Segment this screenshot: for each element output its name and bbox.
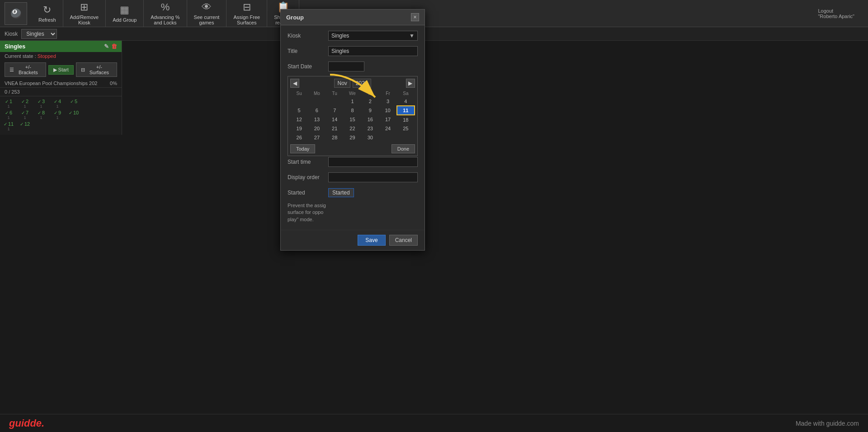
panel-title-icons: ✎ 🗑 <box>104 43 117 50</box>
title-field-input[interactable] <box>328 46 418 56</box>
brackets-label: +/- Brackets <box>15 64 41 75</box>
see-games-icon: 👁 <box>202 1 212 13</box>
calendar-next-button[interactable]: ▶ <box>406 79 415 88</box>
start-date-input[interactable] <box>328 62 364 71</box>
bracket-row-2: ✓6 1 ✓7 1 ✓8 1 ✓9 1 ✓10 <box>2 110 119 120</box>
start-time-input[interactable] <box>328 157 418 167</box>
cal-day-14[interactable]: 14 <box>326 115 344 124</box>
cal-day-8[interactable]: 8 <box>344 106 361 115</box>
tournament-name: VNEA European Pool Championships 202 <box>5 81 97 86</box>
done-button[interactable]: Done <box>392 144 415 153</box>
prevent-text: Prevent the assigsurface for oppoplay" m… <box>288 202 418 223</box>
app-logo: 🎱 <box>5 2 27 25</box>
cal-day-18[interactable]: 18 <box>397 115 415 124</box>
cal-day-10[interactable]: 10 <box>379 106 396 115</box>
cal-day-3[interactable]: 3 <box>379 97 396 106</box>
kiosk-field-select[interactable]: Singles ▼ <box>328 31 418 41</box>
dialog-header: Group × <box>281 9 425 25</box>
cal-week-3: 12 13 14 15 16 17 18 <box>290 115 415 124</box>
chevron-down-icon: ▼ <box>409 33 415 39</box>
assign-surfaces-label: Assign FreeSurfaces <box>233 14 260 25</box>
panel-title: Singles ✎ 🗑 <box>0 41 122 52</box>
dow-fr: Fr <box>379 90 396 97</box>
cal-day-13[interactable]: 13 <box>308 115 326 124</box>
today-button[interactable]: Today <box>290 144 315 153</box>
cal-day-empty <box>326 97 344 106</box>
panel-title-text: Singles <box>5 43 25 50</box>
kiosk-bar: Kiosk Singles Doubles Team <box>0 27 868 41</box>
brackets-button[interactable]: ☰ +/- Brackets <box>5 62 46 77</box>
cal-day-22[interactable]: 22 <box>344 124 361 133</box>
toolbar: 🎱 ↻ Refresh ⊞ Add/RemoveKiosk ▦ Add Grou… <box>0 0 868 27</box>
cal-day-2[interactable]: 2 <box>361 97 379 106</box>
cal-day-19[interactable]: 19 <box>290 124 308 133</box>
calendar-header: ◀ Nov 2023 ▶ <box>290 79 415 88</box>
add-group-icon: ▦ <box>120 4 129 16</box>
cal-week-1: 1 2 3 4 <box>290 97 415 106</box>
cal-day-11[interactable]: 11 <box>397 106 415 115</box>
cal-day-1[interactable]: 1 <box>344 97 361 106</box>
cal-day-empty <box>290 97 308 106</box>
cal-day-24[interactable]: 24 <box>379 124 396 133</box>
cal-day-26[interactable]: 26 <box>290 133 308 142</box>
cal-day-9[interactable]: 9 <box>361 106 379 115</box>
cal-day-20[interactable]: 20 <box>308 124 326 133</box>
cal-day-25[interactable]: 25 <box>397 124 415 133</box>
add-remove-kiosk-button[interactable]: ⊞ Add/RemoveKiosk <box>63 0 106 27</box>
cal-day-30[interactable]: 30 <box>361 133 379 142</box>
state-value: Stopped <box>38 53 56 59</box>
cal-day-28[interactable]: 28 <box>326 133 344 142</box>
cal-day-21[interactable]: 21 <box>326 124 344 133</box>
close-icon: × <box>413 14 416 20</box>
cal-day-23[interactable]: 23 <box>361 124 379 133</box>
cal-week-2: 5 6 7 8 9 10 11 <box>290 106 415 115</box>
guidde-logo-text: guidde. <box>9 418 44 429</box>
prevent-text-content: Prevent the assigsurface for oppoplay" m… <box>288 203 326 222</box>
advancing-locks-button[interactable]: % Advancing %and Locks <box>144 0 187 27</box>
start-time-row: Start time <box>288 156 418 168</box>
cal-day-27[interactable]: 27 <box>308 133 326 142</box>
dow-th: Th <box>361 90 379 97</box>
current-state-label: Current state : <box>5 53 36 59</box>
delete-icon[interactable]: 🗑 <box>111 43 117 50</box>
see-current-games-button[interactable]: 👁 See currentgames <box>187 0 227 27</box>
brackets-icon: ☰ <box>9 67 14 73</box>
dialog-title: Group <box>286 14 304 21</box>
add-group-button[interactable]: ▦ Add Group <box>106 0 144 27</box>
cal-day-16[interactable]: 16 <box>361 115 379 124</box>
refresh-icon: ↻ <box>43 4 51 16</box>
bracket-cell: ✓12 <box>19 121 31 131</box>
guidde-logo: guidde. <box>9 418 44 429</box>
cancel-button[interactable]: Cancel <box>389 235 418 246</box>
surfaces-button[interactable]: ⊟ +/- Surfaces <box>76 62 117 77</box>
start-button[interactable]: ▶ Start <box>48 65 74 75</box>
cal-day-5[interactable]: 5 <box>290 106 308 115</box>
title-row: Title <box>288 45 418 57</box>
bracket-row-3: ✓11 1 ✓12 <box>2 121 119 131</box>
display-order-input[interactable] <box>328 172 418 182</box>
cal-day-4[interactable]: 4 <box>397 97 415 106</box>
cal-day-7[interactable]: 7 <box>326 106 344 115</box>
calendar-year-select[interactable]: 2023 <box>353 79 371 88</box>
calendar-prev-button[interactable]: ◀ <box>290 79 299 88</box>
cal-day-6[interactable]: 6 <box>308 106 326 115</box>
start-label: Start <box>58 67 69 72</box>
cal-week-4: 19 20 21 22 23 24 25 <box>290 124 415 133</box>
bottom-bar: guidde. Made with guidde.com <box>0 414 868 432</box>
dow-su: Su <box>290 90 308 97</box>
cal-day-15[interactable]: 15 <box>344 115 361 124</box>
surfaces-icon: ⊟ <box>81 67 85 73</box>
bracket-cell: ✓4 1 <box>51 99 64 109</box>
cal-day-12[interactable]: 12 <box>290 115 308 124</box>
save-button[interactable]: Save <box>358 235 385 246</box>
start-date-label: Start Date <box>288 63 328 70</box>
cal-day-29[interactable]: 29 <box>344 133 361 142</box>
calendar-month-select[interactable]: Nov <box>334 79 350 88</box>
assign-surfaces-button[interactable]: ⊟ Assign FreeSurfaces <box>226 0 267 27</box>
panel-progress: VNEA European Pool Championships 202 0% <box>0 79 122 88</box>
kiosk-dropdown[interactable]: Singles Doubles Team <box>21 29 57 39</box>
edit-icon[interactable]: ✎ <box>104 43 109 50</box>
refresh-button[interactable]: ↻ Refresh <box>32 0 63 27</box>
cal-day-17[interactable]: 17 <box>379 115 396 124</box>
dialog-close-button[interactable]: × <box>411 13 419 21</box>
